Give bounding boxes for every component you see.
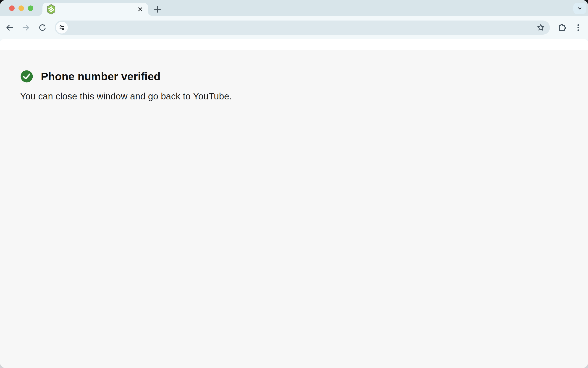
window-zoom-button[interactable] bbox=[28, 5, 33, 11]
plus-icon bbox=[153, 5, 162, 14]
new-tab-button[interactable] bbox=[151, 3, 164, 16]
address-bar[interactable] bbox=[55, 20, 550, 35]
tab-close-icon[interactable] bbox=[136, 5, 145, 14]
tab-search-button[interactable] bbox=[573, 3, 586, 14]
browser-menu-button[interactable] bbox=[571, 20, 586, 35]
tab-strip bbox=[0, 0, 588, 16]
bookmark-button[interactable] bbox=[535, 22, 546, 33]
back-button[interactable] bbox=[2, 20, 17, 35]
arrow-left-icon bbox=[5, 23, 14, 32]
window-close-button[interactable] bbox=[9, 5, 15, 11]
window-controls bbox=[9, 5, 33, 11]
browser-toolbar bbox=[0, 16, 588, 39]
reload-button[interactable] bbox=[35, 20, 50, 35]
check-circle-icon bbox=[20, 70, 33, 83]
tune-sliders-icon bbox=[58, 24, 66, 31]
url-input[interactable] bbox=[68, 24, 535, 31]
verification-page: Phone number verified You can close this… bbox=[0, 50, 588, 368]
forward-button[interactable] bbox=[19, 20, 33, 35]
web-content: Phone number verified You can close this… bbox=[0, 39, 588, 368]
star-icon bbox=[536, 23, 545, 32]
status-message: You can close this window and go back to… bbox=[20, 91, 574, 101]
tab-favicon-green-hexagon-icon bbox=[46, 4, 56, 15]
chevron-down-icon bbox=[576, 5, 584, 12]
window-minimize-button[interactable] bbox=[19, 5, 24, 11]
reload-icon bbox=[38, 23, 47, 32]
page-header-strip bbox=[0, 39, 588, 50]
browser-window: Phone number verified You can close this… bbox=[0, 0, 588, 368]
kebab-menu-icon bbox=[574, 23, 583, 32]
arrow-right-icon bbox=[21, 23, 31, 32]
puzzle-piece-icon bbox=[557, 23, 566, 32]
extensions-button[interactable] bbox=[554, 20, 569, 35]
status-row: Phone number verified bbox=[20, 70, 574, 83]
page-title: Phone number verified bbox=[41, 70, 161, 83]
site-settings-button[interactable] bbox=[56, 22, 68, 34]
browser-tab[interactable] bbox=[42, 3, 148, 16]
content-area-frame: Phone number verified You can close this… bbox=[0, 39, 588, 368]
